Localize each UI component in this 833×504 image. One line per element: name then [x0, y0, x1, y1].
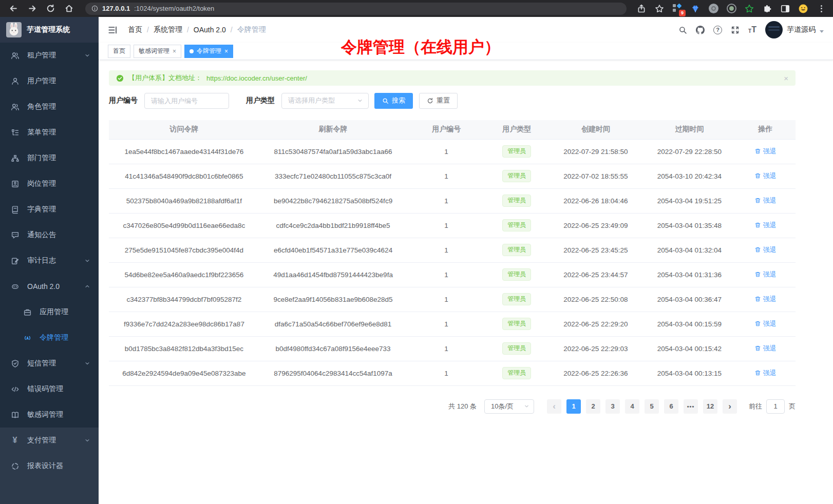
bookmark-star-icon[interactable] [654, 3, 665, 14]
next-page-button[interactable]: › [723, 399, 737, 414]
page-content: 【用户体系】文档地址： https://doc.iocoder.cn/user-… [99, 60, 833, 504]
force-logout-button[interactable]: 强退 [754, 171, 777, 181]
robot-icon [10, 282, 20, 291]
page-button-12[interactable]: 12 [703, 399, 717, 414]
user-menu[interactable]: 芋道源码 [765, 21, 824, 38]
sidebar-item-oauth[interactable]: OAuth 2.0 [0, 274, 99, 299]
close-icon[interactable]: × [173, 48, 176, 54]
alert-close-icon[interactable]: × [784, 74, 788, 82]
yen-icon: ¥ [10, 436, 20, 445]
tag-sensitive[interactable]: 敏感词管理× [134, 45, 181, 58]
user-type-select[interactable]: 请选择用户类型 [281, 93, 369, 109]
tag-home[interactable]: 首页 [108, 45, 130, 58]
sidebar-item-role[interactable]: 角色管理 [0, 94, 99, 120]
tenant-icon [10, 51, 20, 60]
home-icon[interactable] [62, 2, 76, 16]
close-icon[interactable]: × [224, 48, 228, 54]
breadcrumb-oauth[interactable]: OAuth 2.0 [194, 26, 226, 34]
force-logout-button[interactable]: 强退 [754, 245, 777, 255]
expire-time-cell: 2022-07-29 22:28:50 [644, 139, 735, 164]
col-access-token: 访问令牌 [109, 120, 259, 139]
sidebar: 芋道管理系统 租户管理 用户管理 角色管理 菜单管理 [0, 17, 99, 504]
reload-icon[interactable] [43, 2, 58, 16]
trash-icon [754, 222, 761, 228]
sidebar-item-sms[interactable]: 短信管理 [0, 351, 99, 376]
chevron-up-icon [84, 283, 90, 289]
user-type-badge: 管理员 [502, 170, 531, 182]
sidebar-item-notice[interactable]: 通知公告 [0, 222, 99, 248]
force-logout-button[interactable]: 强退 [754, 319, 777, 328]
doc-link[interactable]: https://doc.iocoder.cn/user-center/ [206, 74, 307, 82]
sidebar-item-user[interactable]: 用户管理 [0, 68, 99, 94]
reset-button[interactable]: 重置 [419, 93, 458, 109]
gray-extension-icon[interactable] [708, 3, 719, 14]
address-bar[interactable]: 127.0.0.1:1024/system/oauth2/token [85, 3, 627, 15]
prev-page-button[interactable]: ‹ [547, 399, 561, 414]
extension-with-badge-icon[interactable]: 9 [672, 3, 683, 14]
force-logout-button[interactable]: 强退 [754, 295, 777, 304]
sidebar-item-dept[interactable]: 部门管理 [0, 145, 99, 171]
page-button-2[interactable]: 2 [586, 399, 600, 414]
force-logout-button[interactable]: 强退 [754, 344, 777, 353]
search-icon[interactable] [678, 26, 687, 34]
sidebar-item-menu[interactable]: 菜单管理 [0, 120, 99, 145]
fullscreen-icon[interactable] [731, 26, 740, 34]
logo-rabbit-icon [6, 22, 22, 37]
force-logout-button[interactable]: 强退 [754, 147, 777, 156]
sidebar-item-report[interactable]: 报表设计器 [0, 453, 99, 479]
sidebar-item-post[interactable]: 岗位管理 [0, 171, 99, 197]
font-size-icon[interactable]: TT [748, 26, 756, 34]
sidebar-item-dict[interactable]: 字典管理 [0, 197, 99, 222]
tag-token[interactable]: 令牌管理× [184, 45, 233, 58]
breadcrumb-system[interactable]: 系统管理 [154, 25, 182, 34]
page-button-5[interactable]: 5 [645, 399, 659, 414]
page-button-4[interactable]: 4 [625, 399, 639, 414]
sidebar-item-tenant[interactable]: 租户管理 [0, 43, 99, 68]
green-star-extension-icon[interactable] [744, 3, 755, 14]
browser-menu-icon[interactable] [816, 3, 827, 14]
gem-extension-icon[interactable] [690, 3, 701, 14]
breadcrumb-home[interactable]: 首页 [128, 25, 142, 34]
table-row: c342377bf8b344799dcbf7bf095287f2 9ce8ef2… [109, 287, 796, 312]
github-icon[interactable] [696, 26, 705, 34]
back-icon[interactable] [6, 2, 21, 16]
collapse-sidebar-icon[interactable] [108, 25, 118, 35]
app-logo[interactable]: 芋道管理系统 [0, 17, 99, 43]
sidebar-item-audit[interactable]: 审计日志 [0, 248, 99, 274]
pagination-total: 共 120 条 [448, 402, 477, 411]
sidebar-item-oauth-app[interactable]: 应用管理 [0, 299, 99, 325]
sidebar-item-sensitive[interactable]: 敏感词管理 [0, 402, 99, 428]
profile-avatar-icon[interactable] [798, 3, 809, 14]
more-pages-button[interactable]: ••• [684, 399, 698, 414]
trash-icon [754, 197, 761, 204]
col-user-id: 用户编号 [407, 120, 486, 139]
user-type-badge: 管理员 [502, 268, 531, 281]
page-size-select[interactable]: 10条/页 [484, 399, 534, 414]
sidebar-item-pay[interactable]: ¥ 支付管理 [0, 428, 99, 453]
force-logout-button[interactable]: 强退 [754, 369, 777, 378]
user-type-badge: 管理员 [502, 342, 531, 355]
share-icon[interactable] [636, 3, 647, 14]
force-logout-button[interactable]: 强退 [754, 196, 777, 205]
record-extension-icon[interactable] [726, 3, 737, 14]
table-row: 6d842e2924594de9a09e45e087323abe 8796295… [109, 361, 796, 385]
site-info-icon[interactable] [91, 5, 98, 12]
user-id-input[interactable] [144, 93, 229, 109]
sidebar-item-errcode[interactable]: 错误码管理 [0, 376, 99, 402]
side-panel-icon[interactable] [780, 3, 791, 14]
force-logout-button[interactable]: 强退 [754, 221, 777, 230]
page-button-3[interactable]: 3 [605, 399, 620, 414]
search-icon [382, 98, 389, 104]
refresh-token-cell: be90422b8c7946218275a508bf524fc9 [259, 188, 407, 213]
page-button-1[interactable]: 1 [566, 399, 581, 414]
search-button[interactable]: 搜索 [374, 93, 413, 109]
sidebar-item-label: 岗位管理 [27, 179, 56, 188]
forward-icon[interactable] [25, 2, 39, 16]
help-icon[interactable]: ? [713, 26, 722, 34]
page-button-6[interactable]: 6 [664, 399, 678, 414]
goto-page-input[interactable] [766, 399, 785, 414]
force-logout-button[interactable]: 强退 [754, 270, 777, 279]
sidebar-item-oauth-token[interactable]: 令牌管理 [0, 325, 99, 351]
extensions-puzzle-icon[interactable] [762, 3, 773, 14]
access-token-cell: c347026e805e4d99b0d116eae66eda8c [109, 213, 259, 238]
